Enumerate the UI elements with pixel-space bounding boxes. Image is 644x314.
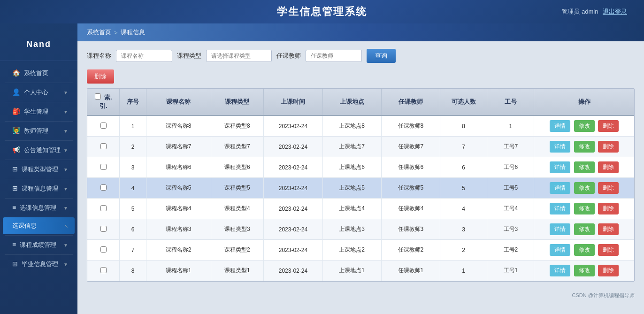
row-checkbox-4[interactable]	[100, 205, 107, 211]
row-delete-button[interactable]: 删除	[598, 244, 619, 256]
sidebar-item-personal[interactable]: 👤个人中心 ▼	[3, 84, 75, 101]
cell-type: 课程类型7	[211, 137, 264, 157]
detail-button[interactable]: 详情	[550, 265, 570, 276]
nav-course-type-label: 课程类型管理	[22, 166, 58, 173]
cell-place: 上课地点1	[322, 260, 381, 281]
edit-button[interactable]: 修改	[574, 161, 595, 173]
course-table: 索.引. 序号 课程名称 课程类型 上课时间 上课地点 任课教师 可选人数 工号…	[87, 89, 634, 281]
cell-checkbox	[87, 157, 120, 178]
row-checkbox-6[interactable]	[100, 246, 107, 253]
row-delete-button[interactable]: 删除	[598, 265, 619, 276]
th-jobno: 工号	[487, 89, 534, 115]
th-place: 上课地点	[322, 89, 381, 115]
logout-button[interactable]: 退出登录	[603, 8, 627, 15]
course-name-input[interactable]	[116, 50, 172, 62]
cell-time: 2023-02-24	[264, 178, 322, 199]
sidebar-logo: Nand	[0, 28, 77, 61]
detail-button[interactable]: 详情	[550, 223, 570, 235]
detail-button[interactable]: 详情	[550, 203, 570, 214]
detail-button[interactable]: 详情	[550, 141, 570, 153]
edit-button[interactable]: 修改	[574, 244, 595, 256]
edit-button[interactable]: 修改	[574, 120, 595, 132]
nav-sep-4	[5, 140, 73, 141]
sidebar-item-notice[interactable]: 📢公告通知管理 ▼	[3, 142, 75, 159]
row-checkbox-7[interactable]	[100, 267, 107, 273]
th-action: 操作	[534, 89, 634, 115]
course-table-container: 索.引. 序号 课程名称 课程类型 上课时间 上课地点 任课教师 可选人数 工号…	[87, 88, 635, 282]
notice-arrow: ▼	[63, 148, 68, 153]
sidebar-item-elective-info[interactable]: ≡选课信息管理 ▼	[3, 199, 75, 216]
cell-checkbox	[87, 178, 120, 199]
teacher-input[interactable]	[306, 50, 362, 62]
nav-sep-9	[5, 254, 73, 255]
nav-sep-6	[5, 179, 73, 179]
cell-name: 课程名称6	[146, 157, 211, 178]
course-info-icon: ⊞	[12, 184, 18, 192]
main-content: 系统首页 > 课程信息 课程名称 课程类型 任课教师 查询 删除	[77, 23, 644, 314]
row-checkbox-0[interactable]	[100, 123, 107, 129]
row-delete-button[interactable]: 删除	[598, 120, 619, 132]
table-row: 1 课程名称8 课程类型8 2023-02-24 上课地点8 任课教师8 8 1…	[87, 115, 634, 137]
nav-sep-3	[5, 121, 73, 122]
filter-bar: 课程名称 课程类型 任课教师 查询	[87, 49, 635, 63]
row-delete-button[interactable]: 删除	[598, 161, 619, 173]
student-icon: 🎒	[12, 107, 20, 115]
sidebar-item-score[interactable]: ≡课程成绩管理 ▼	[3, 237, 75, 253]
cell-capacity: 1	[440, 260, 487, 281]
row-checkbox-3[interactable]	[100, 184, 107, 191]
detail-button[interactable]: 详情	[550, 182, 570, 194]
row-delete-button[interactable]: 删除	[598, 223, 619, 235]
sidebar-item-graduation[interactable]: ⊞毕业信息管理 ▼	[3, 256, 75, 273]
sidebar-item-student[interactable]: 🎒学生管理 ▼	[3, 103, 75, 120]
query-button[interactable]: 查询	[367, 49, 396, 63]
cell-action: 详情 修改 删除	[534, 260, 634, 281]
row-checkbox-2[interactable]	[100, 164, 107, 170]
th-checkbox: 索.引.	[87, 89, 120, 115]
cell-type: 课程类型4	[211, 199, 264, 219]
th-seq: 序号	[120, 89, 146, 115]
edit-button[interactable]: 修改	[574, 182, 595, 194]
edit-button[interactable]: 修改	[574, 223, 595, 235]
table-row: 6 课程名称3 课程类型3 2023-02-24 上课地点3 任课教师3 3 工…	[87, 219, 634, 240]
cell-jobno: 工号2	[487, 240, 534, 260]
cell-time: 2023-02-24	[264, 115, 322, 137]
elective-info-arrow: ▼	[63, 206, 68, 211]
table-body: 1 课程名称8 课程类型8 2023-02-24 上课地点8 任课教师8 8 1…	[87, 115, 634, 281]
row-checkbox-5[interactable]	[100, 226, 107, 232]
row-checkbox-1[interactable]	[100, 143, 107, 149]
sidebar-item-home[interactable]: 🏠系统首页	[3, 65, 75, 82]
student-arrow: ▼	[63, 109, 68, 115]
score-arrow: ▼	[63, 243, 68, 248]
sidebar-item-elective[interactable]: 选课信息 ↖	[3, 217, 75, 234]
teacher-arrow: ▼	[63, 129, 68, 134]
cell-time: 2023-02-24	[264, 199, 322, 219]
notice-icon: 📢	[12, 146, 20, 153]
th-type: 课程类型	[211, 89, 264, 115]
cell-capacity: 4	[440, 199, 487, 219]
cell-action: 详情 修改 删除	[534, 157, 634, 178]
cell-jobno: 1	[487, 115, 534, 137]
row-delete-button[interactable]: 删除	[598, 203, 619, 214]
sidebar-item-course-info[interactable]: ⊞课程信息管理 ▼	[3, 180, 75, 197]
row-delete-button[interactable]: 删除	[598, 141, 619, 153]
batch-delete-button[interactable]: 删除	[87, 69, 114, 84]
edit-button[interactable]: 修改	[574, 141, 595, 153]
cell-name: 课程名称5	[146, 178, 211, 199]
nav-sep-1	[5, 83, 73, 83]
sidebar-item-course-type[interactable]: ⊞课程类型管理 ▼	[3, 161, 75, 178]
edit-button[interactable]: 修改	[574, 203, 595, 214]
cell-seq: 4	[120, 178, 146, 199]
breadcrumb-home[interactable]: 系统首页	[87, 28, 111, 37]
detail-button[interactable]: 详情	[550, 120, 570, 132]
row-delete-button[interactable]: 删除	[598, 182, 619, 194]
edit-button[interactable]: 修改	[574, 265, 595, 276]
detail-button[interactable]: 详情	[550, 244, 570, 256]
personal-icon: 👤	[12, 88, 20, 96]
detail-button[interactable]: 详情	[550, 161, 570, 173]
course-type-select[interactable]	[206, 50, 272, 62]
course-type-label: 课程类型	[177, 52, 201, 60]
graduation-arrow: ▼	[63, 262, 68, 267]
cell-place: 上课地点4	[322, 199, 381, 219]
select-all-checkbox[interactable]	[95, 93, 101, 100]
sidebar-item-teacher[interactable]: 👨‍🏫教师管理 ▼	[3, 123, 75, 139]
